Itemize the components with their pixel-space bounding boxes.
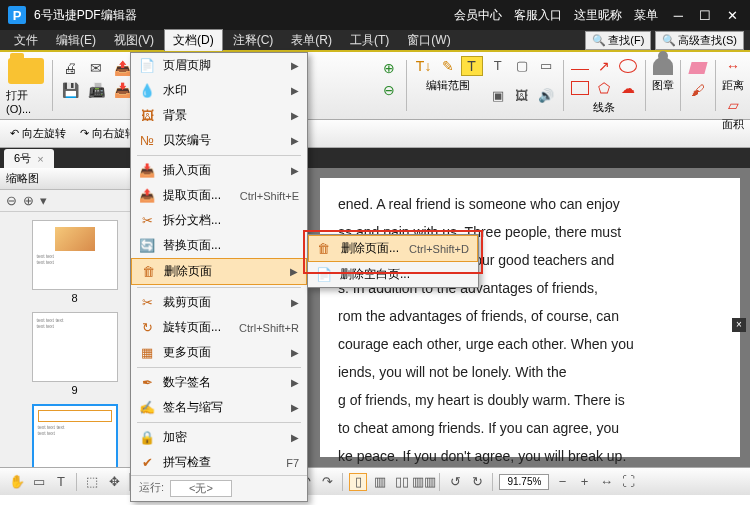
fit-width[interactable]: ↔ (597, 473, 615, 491)
menu-item-icon: ✍ (139, 400, 155, 416)
menu-file[interactable]: 文件 (6, 30, 46, 51)
menu-item-icon: ▦ (139, 345, 155, 361)
menu-window[interactable]: 窗口(W) (399, 30, 458, 51)
t6-icon[interactable]: 🔊 (535, 87, 557, 105)
menu-item[interactable]: ▦更多页面▶ (131, 340, 307, 365)
menu-view[interactable]: 视图(V) (106, 30, 162, 51)
vip-link[interactable]: 会员中心 (454, 7, 502, 24)
print-icon[interactable]: 🖨 (59, 58, 81, 78)
maximize-button[interactable]: ☐ (695, 6, 715, 25)
fit-page[interactable]: ⛶ (619, 473, 637, 491)
view-cont[interactable]: ▥ (371, 473, 389, 491)
close-tab-icon[interactable]: × (37, 153, 43, 165)
save-icon[interactable]: 💾 (59, 80, 81, 100)
scan-icon[interactable]: 📠 (85, 80, 107, 100)
nav-fwd[interactable]: ↷ (318, 473, 336, 491)
lines-label: 线条 (593, 100, 615, 115)
menu-item[interactable]: ✍签名与缩写▶ (131, 395, 307, 420)
marquee-tool[interactable]: ⬚ (83, 473, 101, 491)
area-icon[interactable]: ▱ (722, 95, 744, 115)
open-button[interactable]: 打开(O)... (6, 56, 46, 115)
submenu-item[interactable]: 📄删除空白页... (308, 262, 478, 287)
menu-item[interactable]: ✂拆分文档... (131, 208, 307, 233)
menu-edit[interactable]: 编辑(E) (48, 30, 104, 51)
text-box-icon[interactable]: T (461, 56, 483, 76)
move-tool[interactable]: ✥ (105, 473, 123, 491)
poly-shape[interactable]: ⬠ (593, 78, 615, 98)
advanced-find-button[interactable]: 🔍高级查找(S) (655, 31, 744, 50)
stamp-label: 图章 (652, 78, 674, 93)
highlight-icon[interactable]: ✎ (437, 56, 459, 76)
menu-item[interactable]: 🖼背景▶ (131, 103, 307, 128)
menu-link[interactable]: 菜单 (634, 7, 658, 24)
distance-icon[interactable]: ↔ (722, 56, 744, 76)
zoom-input[interactable] (499, 474, 549, 490)
menu-item-icon: ✔ (139, 455, 155, 471)
delete-page-submenu: 🗑删除页面...Ctrl+Shift+D📄删除空白页... (307, 234, 479, 288)
zoom-out-icon[interactable]: ⊖ (378, 80, 400, 100)
text-tool[interactable]: T (52, 473, 70, 491)
rotate-ccw[interactable]: ↺ (446, 473, 464, 491)
submenu-item[interactable]: 🗑删除页面...Ctrl+Shift+D (308, 235, 478, 262)
t4-icon[interactable]: ▣ (487, 87, 509, 105)
menu-item[interactable]: 📄页眉页脚▶ (131, 53, 307, 78)
zoom-in[interactable]: + (575, 473, 593, 491)
thumb-options[interactable]: ▾ (40, 193, 47, 208)
menu-document[interactable]: 文档(D) (164, 29, 223, 51)
select-tool[interactable]: ▭ (30, 473, 48, 491)
menu-item[interactable]: 🗑删除页面▶ (131, 258, 307, 285)
arrow-shape[interactable]: ↗ (593, 56, 615, 76)
t3-icon[interactable]: ▭ (535, 56, 557, 74)
close-button[interactable]: ✕ (723, 6, 742, 25)
t5-icon[interactable]: 🖼 (511, 87, 533, 105)
menu-item-icon: ✂ (139, 213, 155, 229)
menu-item-icon: 🗑 (140, 264, 156, 280)
menu-item[interactable]: 📥插入页面▶ (131, 158, 307, 183)
eraser-icon[interactable] (687, 58, 709, 78)
thumb-page-selected[interactable]: text text texttext text10 (32, 404, 118, 467)
cloud-shape[interactable]: ☁ (617, 78, 639, 98)
zoom-out[interactable]: − (553, 473, 571, 491)
line-shape[interactable] (569, 56, 591, 76)
view-facing-cont[interactable]: ▥▥ (415, 473, 433, 491)
circle-shape[interactable] (617, 56, 639, 76)
hand-tool[interactable]: ✋ (8, 473, 26, 491)
menu-item-icon: 🖼 (139, 108, 155, 124)
menu-item[interactable]: 🔒加密▶ (131, 425, 307, 450)
rect-shape[interactable] (569, 78, 591, 98)
menu-form[interactable]: 表单(R) (283, 30, 340, 51)
nickname[interactable]: 这里昵称 (574, 7, 622, 24)
stamp-icon[interactable] (652, 56, 674, 76)
view-single[interactable]: ▯ (349, 473, 367, 491)
text-edit-icon[interactable]: T↓ (413, 56, 435, 76)
t2-icon[interactable]: ▢ (511, 56, 533, 74)
thumb-page[interactable]: text text texttext text9 (32, 312, 118, 396)
service-link[interactable]: 客服入口 (514, 7, 562, 24)
rotate-cw[interactable]: ↻ (468, 473, 486, 491)
find-button[interactable]: 🔍查找(F) (585, 31, 651, 50)
menu-comment[interactable]: 注释(C) (225, 30, 282, 51)
t1-icon[interactable]: T (487, 56, 509, 74)
menu-item[interactable]: №贝茨编号▶ (131, 128, 307, 153)
minimize-button[interactable]: ─ (670, 6, 687, 25)
menu-item[interactable]: 📤提取页面...Ctrl+Shift+E (131, 183, 307, 208)
brush-icon[interactable]: 🖌 (687, 80, 709, 100)
pane-close-button[interactable]: × (732, 318, 746, 332)
thumb-zoom-in[interactable]: ⊕ (23, 193, 34, 208)
menu-item[interactable]: 🔄替换页面... (131, 233, 307, 258)
menu-item-icon: ✒ (139, 375, 155, 391)
menu-tools[interactable]: 工具(T) (342, 30, 397, 51)
rotate-left-button[interactable]: ↶ 向左旋转 (6, 124, 70, 143)
document-page[interactable]: ened. A real friend is someone who can e… (320, 178, 740, 457)
zoom-in-icon[interactable]: ⊕ (378, 58, 400, 78)
view-facing[interactable]: ▯▯ (393, 473, 411, 491)
thumb-page[interactable]: text texttext text8 (32, 220, 118, 304)
menu-item[interactable]: ✂裁剪页面▶ (131, 290, 307, 315)
menu-item[interactable]: ↻旋转页面...Ctrl+Shift+R (131, 315, 307, 340)
menu-item[interactable]: ✒数字签名▶ (131, 370, 307, 395)
menu-item[interactable]: 💧水印▶ (131, 78, 307, 103)
thumb-zoom-out[interactable]: ⊖ (6, 193, 17, 208)
menu-item[interactable]: ✔拼写检查F7 (131, 450, 307, 475)
mail-icon[interactable]: ✉ (85, 58, 107, 78)
file-tab[interactable]: 6号 × (4, 149, 54, 168)
